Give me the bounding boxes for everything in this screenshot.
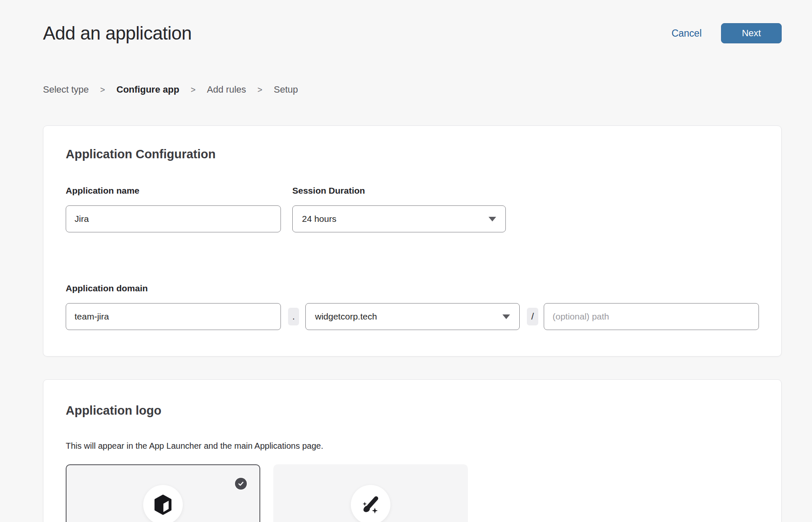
session-duration-group: Session Duration 24 hours bbox=[292, 185, 506, 232]
session-duration-select[interactable]: 24 hours bbox=[292, 205, 506, 232]
logo-description: This will appear in the App Launcher and… bbox=[66, 441, 759, 451]
application-configuration-card: Application Configuration Application na… bbox=[43, 125, 782, 357]
application-name-group: Application name bbox=[66, 185, 281, 232]
path-wrap bbox=[544, 303, 759, 330]
page-content: Add an application Cancel Next Select ty… bbox=[43, 0, 782, 522]
cube-icon bbox=[153, 494, 173, 515]
application-name-label: Application name bbox=[66, 185, 281, 196]
slash-separator: / bbox=[527, 308, 538, 325]
logo-heading: Application logo bbox=[66, 403, 759, 418]
magic-brush-icon bbox=[361, 495, 381, 515]
application-domain-row: . widgetcorp.tech / bbox=[66, 303, 759, 330]
application-logo-card: Application logo This will appear in the… bbox=[43, 379, 782, 522]
name-session-row: Application name Session Duration 24 hou… bbox=[66, 185, 759, 232]
application-name-input[interactable] bbox=[66, 205, 281, 232]
domain-select[interactable]: widgetcorp.tech bbox=[305, 303, 520, 330]
chevron-down-icon bbox=[489, 217, 496, 221]
dot-separator: . bbox=[288, 308, 299, 325]
breadcrumb-step-select-type[interactable]: Select type bbox=[43, 84, 89, 95]
breadcrumb-step-add-rules[interactable]: Add rules bbox=[207, 84, 246, 95]
logo-option-default[interactable] bbox=[66, 464, 260, 522]
configuration-heading: Application Configuration bbox=[66, 147, 759, 162]
chevron-down-icon bbox=[502, 314, 510, 319]
session-duration-value: 24 hours bbox=[302, 214, 337, 224]
breadcrumb-step-configure-app[interactable]: Configure app bbox=[117, 84, 179, 95]
application-domain-section: Application domain . widgetcorp.tech / bbox=[66, 283, 759, 330]
subdomain-input[interactable] bbox=[66, 303, 281, 330]
breadcrumb-step-setup[interactable]: Setup bbox=[274, 84, 298, 95]
logo-option-custom[interactable] bbox=[273, 464, 468, 522]
application-domain-label: Application domain bbox=[66, 283, 759, 294]
breadcrumb: Select type > Configure app > Add rules … bbox=[43, 84, 782, 95]
page-title: Add an application bbox=[43, 23, 192, 44]
session-duration-label: Session Duration bbox=[292, 185, 506, 196]
page-header: Add an application Cancel Next bbox=[43, 0, 782, 44]
cancel-button[interactable]: Cancel bbox=[671, 28, 702, 39]
next-button[interactable]: Next bbox=[721, 23, 782, 43]
breadcrumb-separator: > bbox=[257, 85, 262, 95]
subdomain-wrap bbox=[66, 303, 281, 330]
custom-logo-circle bbox=[351, 485, 390, 522]
default-logo-circle bbox=[143, 485, 183, 522]
logo-options bbox=[66, 464, 759, 522]
header-actions: Cancel Next bbox=[671, 23, 782, 43]
path-input[interactable] bbox=[544, 303, 759, 330]
breadcrumb-separator: > bbox=[191, 85, 196, 95]
breadcrumb-separator: > bbox=[100, 85, 105, 95]
domain-select-value: widgetcorp.tech bbox=[315, 312, 377, 322]
selected-check-icon bbox=[235, 478, 247, 490]
